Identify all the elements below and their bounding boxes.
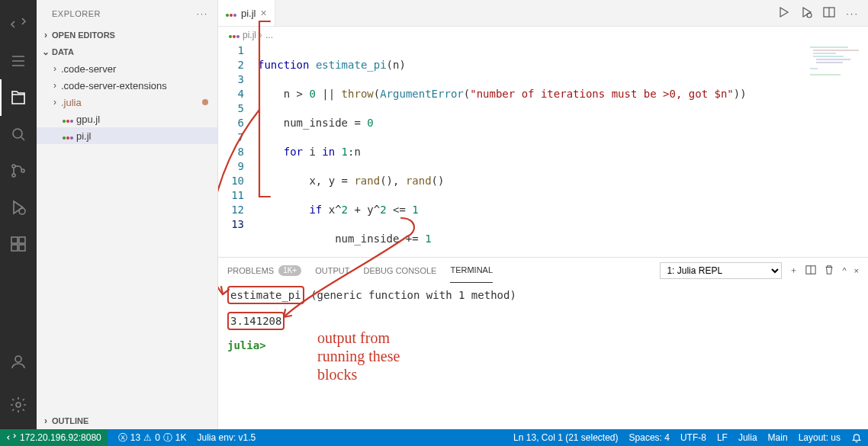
run-debug-icon[interactable] [0, 189, 37, 226]
svg-point-2 [12, 174, 15, 177]
panel-tab-output[interactable]: OUTPUT [315, 258, 349, 283]
extensions-icon[interactable] [0, 226, 37, 262]
svg-point-1 [12, 165, 15, 168]
terminal-selector[interactable]: 1: Julia REPL [660, 262, 782, 279]
tree-folder[interactable]: ›.code-server-extensions [37, 77, 217, 94]
svg-rect-21 [810, 74, 841, 75]
maximize-panel-icon[interactable]: ^ [842, 266, 846, 275]
annotation-box: estimate_pi [227, 286, 304, 304]
svg-point-4 [19, 208, 25, 214]
panel-tab-debug[interactable]: DEBUG CONSOLE [363, 258, 436, 283]
svg-point-9 [15, 356, 21, 362]
tab-label: pi.jl [241, 8, 256, 19]
svg-point-3 [21, 169, 24, 172]
explorer-sidebar: EXPLORER ··· › OPEN EDITORS ⌄ DATA ›.cod… [37, 0, 218, 429]
breadcrumb-file: pi.jl [243, 30, 256, 40]
new-terminal-icon[interactable]: ＋ [789, 265, 798, 276]
open-editors-section[interactable]: › OPEN EDITORS [37, 27, 217, 43]
status-julia-env[interactable]: Julia env: v1.5 [198, 432, 256, 443]
code-content[interactable]: function estimate_pi(n) n > 0 || throw(A… [258, 43, 868, 257]
editor-area: pi.jl × ··· pi.jl › ... 1234567891011121… [218, 0, 868, 429]
workspace-label: DATA [52, 47, 74, 56]
editor-tab[interactable]: pi.jl × [218, 0, 275, 26]
breadcrumb-rest: ... [265, 30, 273, 40]
tree-file[interactable]: gpu.jl [37, 111, 217, 127]
workspace-section[interactable]: ⌄ DATA [37, 43, 217, 60]
svg-rect-18 [816, 59, 850, 60]
svg-rect-6 [19, 237, 25, 243]
julia-file-icon [61, 130, 75, 142]
svg-rect-16 [813, 53, 836, 54]
tree-folder[interactable]: ›.code-server [37, 60, 217, 77]
svg-point-10 [16, 403, 21, 407]
close-icon[interactable]: × [261, 7, 267, 19]
search-icon[interactable] [0, 116, 37, 152]
svg-rect-19 [816, 62, 843, 63]
panel-tab-problems[interactable]: PROBLEMS 1K+ [227, 258, 301, 283]
panel-tab-terminal[interactable]: TERMINAL [450, 258, 493, 283]
tree-folder[interactable]: ›.julia [37, 94, 217, 111]
tree-file[interactable]: pi.jl [37, 127, 217, 144]
remote-icon[interactable] [0, 6, 37, 43]
line-gutter: 12345678910111213 [218, 43, 258, 257]
run-debug-icon[interactable] [800, 6, 812, 21]
activity-bar [0, 0, 37, 429]
code-editor[interactable]: 12345678910111213 function estimate_pi(n… [218, 43, 868, 257]
source-control-icon[interactable] [0, 152, 37, 189]
julia-prompt: julia> [227, 339, 266, 351]
julia-file-icon [226, 8, 236, 19]
more-icon[interactable]: ··· [846, 8, 859, 19]
svg-rect-20 [810, 68, 818, 69]
settings-icon[interactable] [0, 387, 37, 423]
julia-file-icon [61, 114, 75, 125]
bottom-panel: PROBLEMS 1K+ OUTPUT DEBUG CONSOLE TERMIN… [218, 257, 868, 429]
svg-point-11 [807, 13, 812, 18]
kill-terminal-icon[interactable] [824, 265, 834, 277]
svg-point-0 [13, 129, 22, 138]
editor-tabbar: pi.jl × ··· [218, 0, 868, 27]
open-editors-label: OPEN EDITORS [52, 30, 115, 40]
account-icon[interactable] [0, 344, 37, 380]
outline-section[interactable]: › OUTLINE [37, 412, 217, 429]
close-panel-icon[interactable]: × [854, 266, 859, 275]
remote-host[interactable]: 172.20.196.92:8080 [0, 429, 108, 446]
svg-rect-15 [813, 50, 859, 51]
svg-rect-7 [11, 245, 18, 251]
split-terminal-icon[interactable] [805, 265, 816, 277]
annotation-box: 3.141208 [227, 312, 285, 330]
sidebar-title: EXPLORER [52, 9, 101, 18]
annotation-text: output from running these blocks [317, 329, 400, 383]
menu-icon[interactable] [0, 43, 37, 79]
svg-rect-14 [810, 47, 848, 48]
svg-rect-17 [813, 56, 844, 57]
run-icon[interactable] [777, 6, 789, 21]
split-editor-icon[interactable] [823, 6, 835, 21]
file-tree: ›.code-server ›.code-server-extensions ›… [37, 60, 217, 144]
problems-badge: 1K+ [278, 265, 301, 276]
breadcrumb[interactable]: pi.jl › ... [218, 27, 868, 43]
svg-rect-8 [19, 245, 25, 251]
status-problems[interactable]: ⓧ13 ⚠0 ⓘ1K [118, 432, 187, 444]
minimap[interactable] [807, 43, 868, 89]
more-icon[interactable]: ··· [197, 9, 208, 18]
outline-label: OUTLINE [52, 416, 88, 425]
explorer-icon[interactable] [0, 79, 37, 116]
svg-rect-5 [11, 237, 18, 243]
terminal-content[interactable]: estimate_pi (generic function with 1 met… [218, 283, 868, 429]
